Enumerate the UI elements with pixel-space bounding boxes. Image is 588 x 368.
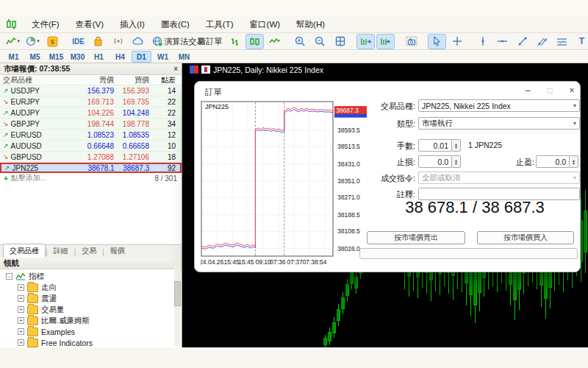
new-chart-button[interactable]: ▾	[4, 34, 22, 49]
spinner-down-icon[interactable]: ▼	[572, 162, 576, 165]
menu-item-1[interactable]: 查看(V)	[68, 17, 112, 32]
menu-item-3[interactable]: 圖表(C)	[153, 17, 198, 32]
timeframe-button-M15[interactable]: M15	[46, 51, 66, 63]
minimize-icon[interactable]: –	[520, 85, 536, 96]
table-row-AUDJPY[interactable]: ↗AUDJPY104.226104.24822	[0, 107, 182, 118]
chart-shift-button[interactable]	[376, 34, 395, 49]
timeframe-button-D1[interactable]: D1	[132, 51, 151, 63]
new-order-label: 新訂單	[198, 36, 223, 47]
expand-icon[interactable]: +	[18, 339, 24, 346]
volume-input[interactable]: 0.01	[418, 139, 452, 152]
folder-icon	[27, 283, 38, 292]
bid-cell: 104.226	[76, 109, 118, 117]
folder-icon	[27, 305, 38, 314]
timeframe-button-H4[interactable]: H4	[110, 51, 130, 63]
tree-item-5[interactable]: +Examples	[0, 326, 182, 337]
expand-icon[interactable]: +	[18, 295, 24, 302]
stop-loss-input[interactable]: 0.0	[418, 155, 452, 168]
tree-item-2[interactable]: +震盪	[0, 293, 182, 304]
zoom-in-icon	[295, 36, 306, 47]
table-row-GBPJPY[interactable]: ↘GBPJPY198.744198.77834	[0, 118, 182, 130]
horizontal-line-tool-button[interactable]	[493, 34, 512, 49]
zoom-in-button[interactable]	[291, 34, 309, 49]
expand-icon[interactable]: +	[18, 328, 24, 335]
expand-icon[interactable]: +	[18, 306, 24, 313]
timeframe-button-W1[interactable]: W1	[153, 51, 173, 63]
profiles-button[interactable]: ▾	[24, 34, 42, 49]
expand-icon[interactable]: +	[18, 317, 24, 324]
screenshot-button[interactable]	[402, 34, 420, 49]
symbol-add-row[interactable]: + 點擊添加... 8 / 301	[0, 173, 182, 183]
navigator-scrollbar[interactable]	[174, 258, 181, 346]
svg-text:07:38:54: 07:38:54	[302, 258, 326, 266]
tab-報價[interactable]: 報價	[104, 244, 131, 258]
timeframe-button-M5[interactable]: M5	[25, 51, 45, 63]
fibonacci-tool-button[interactable]	[553, 34, 571, 49]
symbol-select[interactable]: JPN225, Nikkei 225 Index ▾	[418, 99, 580, 112]
spinner-down-icon[interactable]: ▼	[454, 146, 458, 149]
tree-item-1[interactable]: +走向	[0, 282, 182, 293]
channel-tool-button[interactable]	[533, 34, 551, 49]
menu-item-4[interactable]: 工具(T)	[198, 17, 242, 32]
sell-button-label: 按市場價賣出	[394, 233, 438, 243]
tree-item-3[interactable]: +交易量	[0, 304, 182, 315]
tile-windows-button[interactable]	[331, 34, 349, 49]
timeframe-button-MN[interactable]: MN	[174, 51, 194, 63]
vps-button[interactable]	[129, 34, 147, 49]
market-button[interactable]	[89, 34, 107, 49]
metaeditor-button[interactable]: IDE	[69, 34, 87, 49]
take-profit-input[interactable]: 0.0	[536, 155, 570, 168]
table-row-EURJPY[interactable]: ↘EURJPY169.713169.73522	[0, 96, 182, 107]
table-row-GBPUSD[interactable]: ↘GBPUSD1.270881.2710618	[0, 152, 182, 163]
auto-scroll-button[interactable]	[356, 34, 375, 49]
expand-icon[interactable]: +	[18, 284, 24, 291]
tree-item-6[interactable]: +Free Indicators	[0, 337, 182, 348]
candle-chart-mode-button[interactable]	[245, 34, 264, 49]
market-watch-button[interactable]: $	[43, 34, 62, 49]
table-row-AUDUSD[interactable]: ↗AUDUSD0.666480.6665810	[0, 141, 182, 152]
tab-交易品種[interactable]: 交易品種	[3, 244, 46, 258]
vertical-line-tool-button[interactable]	[473, 34, 492, 49]
column-header-0: 交易品種	[0, 75, 76, 85]
signals-button[interactable]	[109, 34, 127, 49]
buy-button[interactable]: 按市場價買入	[477, 231, 574, 244]
order-type-select[interactable]: 市場執行 ▾	[418, 117, 580, 130]
tree-item-0[interactable]: -指標	[0, 271, 182, 282]
menu-item-6[interactable]: 幫助(H)	[288, 17, 333, 32]
cursor-button[interactable]	[428, 34, 446, 49]
svg-text:15:45: 15:45	[224, 258, 240, 266]
scrollbar-thumb[interactable]	[174, 281, 181, 306]
table-row-USDJPY[interactable]: ↗USDJPY156.379156.39314	[0, 85, 182, 96]
symbol-cell: ↗AUDJPY	[0, 109, 76, 117]
timeframe-button-H1[interactable]: H1	[89, 51, 109, 63]
timeframe-button-M30[interactable]: M30	[68, 51, 87, 63]
collapse-icon[interactable]: -	[6, 273, 12, 280]
crosshair-button[interactable]	[448, 34, 466, 49]
maximize-icon[interactable]: □	[542, 85, 558, 96]
volume-spinner[interactable]: ▲▼	[452, 139, 461, 152]
close-icon[interactable]: ×	[564, 85, 580, 96]
menu-item-2[interactable]: 插入(I)	[112, 17, 153, 32]
chevron-down-icon: ▾	[37, 38, 40, 44]
stop-loss-spinner[interactable]: ▲▼	[452, 155, 461, 168]
new-order-button[interactable]: 新訂單	[200, 34, 218, 49]
algo-trading-button[interactable]: 演算法交易	[174, 34, 193, 49]
trendline-tool-button[interactable]	[513, 34, 531, 49]
menu-item-0[interactable]: 文件(F)	[24, 17, 68, 32]
tab-交易[interactable]: 交易	[76, 244, 102, 258]
timeframe-button-M1[interactable]: M1	[4, 51, 24, 63]
zoom-out-button[interactable]	[311, 34, 329, 49]
take-profit-spinner[interactable]: ▲▼	[570, 155, 578, 168]
close-icon[interactable]: ×	[173, 65, 178, 73]
table-row-JPN225[interactable]: ↗JPN22538678.138687.392	[0, 163, 182, 173]
menu-item-5[interactable]: 窗口(W)	[242, 17, 289, 32]
table-row-EURUSD[interactable]: ↗EURUSD1.085231.0853512	[0, 130, 182, 141]
line-chart-mode-button[interactable]	[265, 34, 284, 49]
tab-詳細[interactable]: 詳細	[48, 244, 74, 258]
tree-item-4[interactable]: +比爾.威廉姆斯	[0, 315, 182, 326]
bar-chart-mode-button[interactable]	[226, 34, 244, 49]
sell-button[interactable]: 按市場價賣出	[367, 231, 465, 244]
market-watch-panel: 市場報價: 07:38:55 × 交易品種賣價買價點差↗USDJPY156.37…	[0, 63, 182, 347]
spinner-down-icon[interactable]: ▼	[454, 162, 458, 165]
text-tool-button[interactable]: T	[573, 34, 588, 49]
